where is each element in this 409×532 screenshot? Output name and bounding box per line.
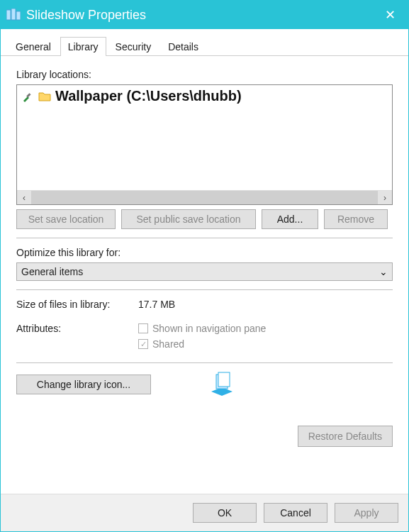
list-item[interactable]: Wallpaper (C:\Users\dhubb): [21, 88, 388, 104]
size-row: Size of files in library: 17.7 MB: [16, 299, 393, 310]
size-label: Size of files in library:: [16, 299, 130, 310]
divider: [16, 362, 393, 363]
svg-rect-3: [26, 93, 30, 97]
optimize-value: General items: [21, 266, 83, 277]
shown-nav-label: Shown in navigation pane: [152, 323, 266, 334]
tab-library[interactable]: Library: [60, 37, 106, 56]
tab-content: Library locations: Wallpaper (C:\Users\d…: [1, 56, 408, 494]
library-stack-icon: [208, 372, 236, 397]
divider: [16, 289, 393, 290]
locations-listbox[interactable]: Wallpaper (C:\Users\dhubb) ‹ ›: [16, 84, 393, 205]
change-library-icon-button[interactable]: Change library icon...: [16, 375, 151, 394]
size-value: 17.7 MB: [138, 299, 175, 310]
svg-rect-1: [11, 9, 16, 20]
scroll-track[interactable]: [31, 191, 378, 204]
scroll-left-icon[interactable]: ‹: [17, 191, 31, 204]
cancel-button[interactable]: Cancel: [264, 503, 327, 523]
checkbox-icon: [138, 323, 148, 333]
dialog-footer: OK Cancel Apply: [1, 494, 408, 531]
svg-rect-2: [16, 11, 21, 20]
restore-row: Restore Defaults: [16, 426, 393, 447]
optimize-select[interactable]: General items ⌄: [16, 262, 393, 281]
apply-button[interactable]: Apply: [335, 503, 398, 523]
shown-nav-checkbox[interactable]: Shown in navigation pane: [138, 323, 266, 334]
dialog-window: Slideshow Properties ✕ General Library S…: [0, 0, 409, 532]
restore-defaults-button[interactable]: Restore Defaults: [298, 426, 393, 447]
attributes-label: Attributes:: [16, 323, 130, 334]
shared-label: Shared: [152, 338, 184, 350]
add-button[interactable]: Add...: [262, 209, 318, 229]
locations-label: Library locations:: [16, 69, 393, 80]
svg-rect-5: [218, 372, 230, 387]
icon-row: Change library icon...: [16, 372, 393, 397]
list-item-label: Wallpaper (C:\Users\dhubb): [55, 88, 242, 104]
titlebar: Slideshow Properties ✕: [1, 1, 408, 29]
tab-general[interactable]: General: [8, 37, 59, 56]
tab-strip: General Library Security Details: [1, 29, 408, 56]
checkbox-checked-icon: ✓: [138, 339, 148, 349]
set-public-save-location-button[interactable]: Set public save location: [121, 209, 256, 229]
shared-checkbox[interactable]: ✓ Shared: [138, 338, 266, 350]
remove-button[interactable]: Remove: [324, 209, 388, 229]
close-icon[interactable]: ✕: [376, 7, 404, 23]
library-icon: [6, 9, 21, 21]
horizontal-scrollbar[interactable]: ‹ ›: [17, 190, 392, 204]
folder-icon: [38, 91, 51, 101]
optimize-label: Optimize this library for:: [16, 247, 393, 258]
ok-button[interactable]: OK: [193, 503, 257, 523]
tab-security[interactable]: Security: [108, 37, 159, 56]
chevron-down-icon: ⌄: [379, 266, 388, 277]
locations-buttons: Set save location Set public save locati…: [16, 209, 393, 229]
svg-rect-0: [6, 10, 11, 20]
paintbrush-icon: [21, 90, 34, 103]
divider: [16, 238, 393, 238]
tab-details[interactable]: Details: [160, 37, 206, 56]
window-title: Slideshow Properties: [26, 8, 376, 23]
set-save-location-button[interactable]: Set save location: [16, 209, 116, 229]
scroll-right-icon[interactable]: ›: [378, 191, 392, 204]
locations-body: Wallpaper (C:\Users\dhubb): [17, 85, 392, 190]
attributes-values: Shown in navigation pane ✓ Shared: [138, 323, 266, 354]
attributes-row: Attributes: Shown in navigation pane ✓ S…: [16, 323, 393, 354]
